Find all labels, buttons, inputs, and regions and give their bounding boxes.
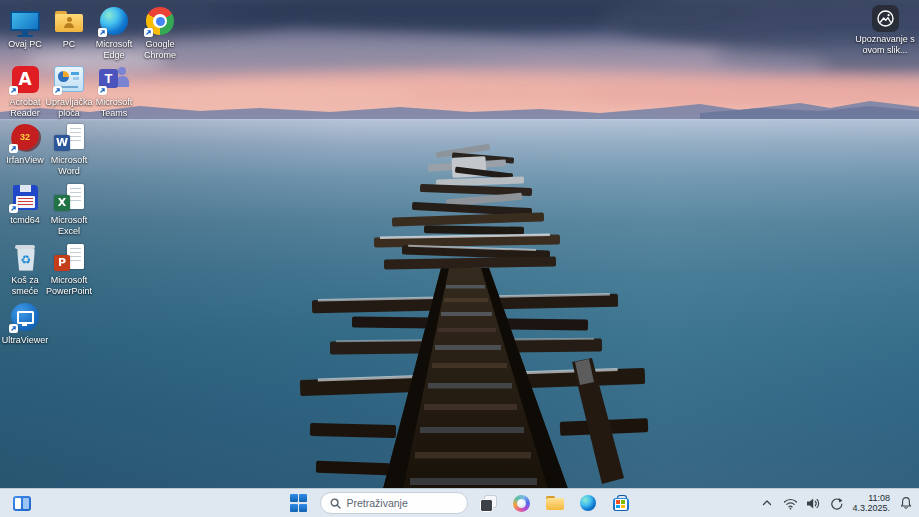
taskbar-search-input[interactable]: Pretraživanje [320,492,468,514]
search-icon [330,498,341,509]
user-folder-icon [53,5,85,37]
edge-taskbar-button[interactable] [576,491,600,515]
clock-date: 4.3.2025. [852,503,890,513]
windows-start-icon [290,494,308,512]
start-button[interactable] [287,491,311,515]
file-explorer-button[interactable] [543,491,567,515]
tray-chevron-up-button[interactable] [758,492,776,514]
ultraviewer-icon [9,301,41,333]
desktop-icon-irfanview[interactable]: 32 IrfanView [1,121,49,166]
shortcut-arrow-icon [98,86,107,95]
desktop-icon-microsoft-word[interactable]: W Microsoft Word [45,121,93,176]
desktop-icon-microsoft-excel[interactable]: X Microsoft Excel [45,181,93,236]
icon-label: Microsoft Word [45,155,93,176]
copilot-button[interactable] [510,491,534,515]
desktop-icon-upravljacka-ploca[interactable]: Upravljačka ploča [45,63,93,118]
taskbar: Pretraživanje [0,488,919,517]
spotlight-label: Upoznavanje s ovom slik... [854,34,916,55]
notification-center-button[interactable] [897,492,915,514]
icon-label: IrfanView [1,155,49,166]
recycle-bin-icon: ♻ [9,241,41,273]
icon-label: UltraViewer [1,335,49,346]
file-explorer-icon [546,496,564,510]
task-view-button[interactable] [477,491,501,515]
icon-label: Upravljačka ploča [45,97,93,118]
powerpoint-icon: P [53,241,85,273]
chevron-up-icon [761,497,773,509]
icon-label: Ovaj PC [1,39,49,50]
icon-label: Acrobat Reader [1,97,49,118]
wifi-icon [783,497,798,510]
sync-icon [829,497,843,510]
shortcut-arrow-icon [9,324,18,333]
word-icon: W [53,121,85,153]
desktop-icon-grid: Ovaj PC PC Microsoft Edge Google Chrome … [0,0,260,400]
chrome-icon [144,5,176,37]
shortcut-arrow-icon [98,28,107,37]
desktop-icon-ultraviewer[interactable]: UltraViewer [1,301,49,346]
clock-time: 11:08 [852,493,890,503]
desktop-icon-pc[interactable]: PC [45,5,93,50]
acrobat-icon: A [9,63,41,95]
volume-icon [806,497,821,510]
desktop-icon-google-chrome[interactable]: Google Chrome [136,5,184,60]
tray-clock[interactable]: 11:08 4.3.2025. [850,493,892,513]
teams-icon: T [98,63,130,95]
icon-label: Koš za smeće [1,275,49,296]
edge-icon [580,495,596,511]
spotlight-learn-about-picture[interactable]: Upoznavanje s ovom slik... [854,5,916,55]
shortcut-arrow-icon [9,86,18,95]
desktop-icon-microsoft-edge[interactable]: Microsoft Edge [90,5,138,60]
icon-label: PC [45,39,93,50]
tray-volume-button[interactable] [804,492,822,514]
irfanview-icon: 32 [9,121,41,153]
copilot-icon [513,495,530,512]
desktop-icon-ovaj-pc[interactable]: Ovaj PC [1,5,49,50]
bell-icon [899,496,913,510]
shortcut-arrow-icon [144,28,153,37]
excel-icon: X [53,181,85,213]
task-view-icon [480,495,497,512]
shortcut-arrow-icon [53,86,62,95]
icon-label: Microsoft Excel [45,215,93,236]
desktop-icon-microsoft-powerpoint[interactable]: P Microsoft PowerPoint [45,241,93,296]
icon-label: Microsoft Edge [90,39,138,60]
total-commander-icon [9,181,41,213]
icon-label: Microsoft Teams [90,97,138,118]
desktop-icon-acrobat-reader[interactable]: A Acrobat Reader [1,63,49,118]
desktop-icon-tcmd64[interactable]: tcmd64 [1,181,49,226]
icon-label: tcmd64 [1,215,49,226]
microsoft-store-button[interactable] [609,491,633,515]
tray-sync-button[interactable] [827,492,845,514]
shortcut-arrow-icon [9,204,18,213]
spotlight-image-icon [872,5,899,32]
this-pc-icon [9,5,41,37]
desktop-icon-recycle-bin[interactable]: ♻ Koš za smeće [1,241,49,296]
desktop-icon-microsoft-teams[interactable]: T Microsoft Teams [90,63,138,118]
icon-label: Microsoft PowerPoint [45,275,93,296]
tray-wifi-button[interactable] [781,492,799,514]
icon-label: Google Chrome [136,39,184,60]
control-panel-icon [53,63,85,95]
search-placeholder: Pretraživanje [347,497,408,509]
shortcut-arrow-icon [9,144,18,153]
microsoft-store-icon [613,495,629,512]
edge-icon [98,5,130,37]
